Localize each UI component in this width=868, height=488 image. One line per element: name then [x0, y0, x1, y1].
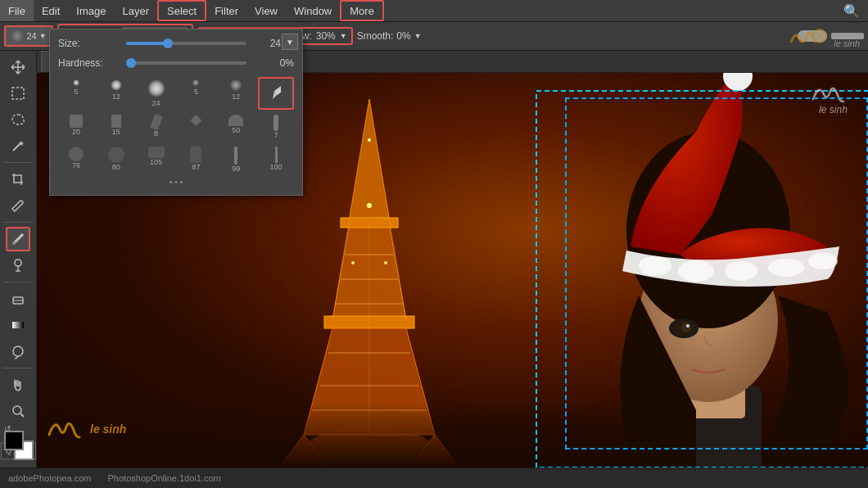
brush-item-7[interactable]: 7 — [258, 112, 294, 142]
flow-dropdown-arrow[interactable]: ▼ — [340, 32, 347, 40]
svg-point-27 — [351, 261, 355, 264]
svg-rect-1 — [12, 88, 24, 99]
brush-size-value: 24 — [26, 31, 36, 41]
menu-file[interactable]: File — [0, 0, 34, 21]
svg-point-40 — [725, 261, 757, 281]
tool-move[interactable] — [6, 55, 30, 79]
smooth-label: Smooth: — [357, 30, 394, 42]
menu-filter[interactable]: Filter — [206, 0, 246, 21]
brush-num: 99 — [232, 165, 240, 173]
brush-item-soft-5[interactable]: 5 — [178, 77, 214, 110]
brush-item-soft-12[interactable]: 12 — [218, 77, 254, 110]
menu-window[interactable]: Window — [286, 0, 340, 21]
brush-item-hard-24[interactable]: 24 — [138, 77, 174, 110]
flow-value: 30% — [316, 30, 336, 42]
brush-size-display[interactable]: 24 ▼ — [4, 25, 53, 47]
search-icon[interactable]: 🔍 — [835, 3, 868, 19]
hardness-slider-thumb[interactable] — [126, 58, 136, 68]
menu-select[interactable]: Select — [157, 0, 206, 21]
watermark-top-right: le sinh — [811, 81, 856, 115]
tool-brush[interactable] — [6, 227, 30, 251]
brush-options-arrow[interactable]: ▼ — [282, 34, 298, 50]
brush-item-20[interactable]: 20 — [58, 112, 94, 142]
brush-icon — [228, 115, 243, 126]
brush-more-dots: • • • — [170, 178, 183, 187]
girl-overlay — [500, 73, 868, 468]
status-left-text: adobePhotopea.com — [8, 473, 92, 483]
size-slider-fill — [126, 42, 168, 45]
brush-circle — [147, 79, 165, 97]
brush-num: 8 — [154, 129, 158, 138]
brush-cursor-icon — [264, 81, 287, 104]
brush-item-misc[interactable] — [178, 112, 214, 142]
svg-point-2 — [12, 242, 16, 245]
tool-zoom[interactable] — [6, 399, 30, 423]
hardness-label: Hardness: — [58, 57, 120, 69]
brush-item-cursor[interactable] — [258, 77, 294, 110]
brush-circle — [111, 79, 122, 91]
brand-text-top: le sinh — [834, 38, 860, 48]
left-tools-panel: ↺ Q ⊞ — [0, 51, 37, 468]
brush-item-105[interactable]: 105 — [138, 144, 174, 175]
brush-item-8[interactable]: 8 — [138, 112, 174, 142]
brush-grid-row2: 20 15 8 50 7 — [58, 112, 294, 142]
brush-num: 20 — [72, 128, 80, 136]
brush-item-15[interactable]: 15 — [98, 112, 134, 142]
menu-image[interactable]: Image — [68, 0, 114, 21]
brush-item-100[interactable]: 100 — [258, 144, 294, 175]
brush-item-99[interactable]: 99 — [218, 144, 254, 175]
brush-num: 80 — [112, 163, 120, 171]
foreground-color[interactable] — [4, 431, 24, 450]
menu-layer[interactable]: Layer — [115, 0, 158, 21]
smooth-dropdown-arrow[interactable]: ▼ — [414, 32, 422, 40]
tool-eyedropper[interactable] — [6, 193, 30, 218]
brush-popup-panel: Size: 24 px Hardness: 0% ▼ 5 12 24 — [49, 29, 303, 196]
brush-icon — [148, 147, 165, 158]
brush-item-hard-12[interactable]: 12 — [98, 77, 134, 110]
brush-num: 76 — [72, 161, 80, 169]
brush-item-50[interactable]: 50 — [218, 112, 254, 142]
svg-rect-4 — [12, 322, 24, 328]
tool-clone-stamp[interactable] — [6, 253, 30, 278]
watermark-le-sinh-text: le sinh — [90, 422, 126, 436]
brush-num: 24 — [152, 99, 160, 107]
brush-icon — [234, 147, 237, 165]
brush-num: 87 — [192, 163, 200, 171]
menu-bar: File Edit Image Layer Select Filter View… — [0, 0, 868, 22]
status-bar: adobePhotopea.com PhotoshopOnline.1doi1.… — [0, 468, 868, 488]
tool-gradient[interactable] — [6, 313, 30, 337]
menu-edit[interactable]: Edit — [34, 0, 68, 21]
brush-num: 5 — [74, 88, 78, 96]
brush-num: 100 — [270, 163, 283, 171]
hardness-slider-row: Hardness: 0% — [58, 57, 294, 69]
brush-icon — [190, 115, 201, 126]
menu-more[interactable]: More — [340, 0, 384, 21]
brush-num: 50 — [232, 126, 240, 134]
brush-icon — [274, 115, 278, 131]
watermark-brand-top: le sinh — [787, 26, 860, 49]
svg-point-28 — [384, 261, 387, 264]
brush-num: 12 — [232, 93, 240, 101]
brush-item-76[interactable]: 76 — [58, 144, 94, 175]
dropdown-arrow: ▼ — [39, 32, 47, 40]
brush-item-87[interactable]: 87 — [178, 144, 214, 175]
tool-marquee[interactable] — [6, 81, 30, 106]
brush-circle — [73, 79, 79, 86]
status-center-text: PhotoshopOnline.1doi1.com — [108, 473, 221, 483]
tool-dodge[interactable] — [6, 339, 30, 364]
hardness-slider-track[interactable] — [126, 61, 246, 65]
tool-magic-wand[interactable] — [6, 133, 30, 158]
tool-crop[interactable] — [6, 167, 30, 192]
menu-view[interactable]: View — [246, 0, 286, 21]
tool-lasso[interactable] — [6, 107, 30, 132]
size-slider-track[interactable] — [126, 42, 246, 45]
brush-icon — [108, 147, 124, 163]
brush-item-hard-5[interactable]: 5 — [58, 77, 94, 110]
brush-icon — [150, 114, 163, 130]
brush-num: 15 — [112, 128, 120, 136]
tool-eraser[interactable] — [6, 287, 30, 311]
watermark-top-right-text: le sinh — [811, 104, 856, 115]
size-slider-thumb[interactable] — [163, 38, 173, 48]
tool-hand[interactable] — [6, 373, 30, 397]
brush-item-80[interactable]: 80 — [98, 144, 134, 175]
